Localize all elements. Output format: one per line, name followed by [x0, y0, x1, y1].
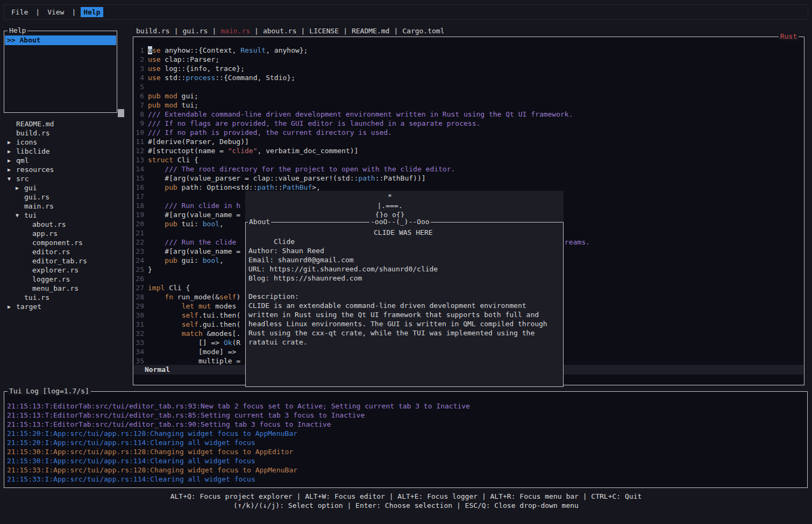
line-number: 2: [133, 55, 144, 64]
code-token: "clide": [228, 147, 258, 155]
editor-tab-gui-rs[interactable]: gui.rs: [182, 26, 208, 36]
code-content: pub mod tui;: [148, 101, 198, 110]
line-number: 29: [133, 302, 144, 311]
code-token: PathBuf: [282, 183, 312, 191]
code-line: 13struct Cli {: [133, 155, 804, 164]
explorer-item-main-rs[interactable]: main.rs: [4, 202, 129, 211]
explorer-item-explorer-rs[interactable]: explorer.rs: [4, 265, 129, 275]
code-content: [mode] =>: [148, 347, 236, 356]
chevron-right-icon: ▶: [8, 302, 16, 311]
editor-tab-main-rs[interactable]: main.rs: [220, 26, 250, 36]
explorer-item-target[interactable]: ▶target: [4, 302, 129, 311]
indent-spacer: [8, 128, 16, 138]
code-token: path: [358, 174, 375, 182]
code-token: gui:: [177, 256, 203, 264]
explorer-item-label: gui: [24, 183, 37, 192]
explorer-item-build-rs[interactable]: build.rs: [4, 128, 129, 138]
explorer-item-icons[interactable]: ▶icons: [4, 138, 129, 147]
menu-separator: |: [35, 8, 40, 16]
editor-tab-readme-md[interactable]: README.md: [352, 26, 389, 36]
editor-tab-about-rs[interactable]: about.rs: [263, 26, 297, 36]
code-token: self: [219, 293, 236, 301]
explorer-item-src[interactable]: ▼src: [4, 174, 129, 183]
code-token: ::: [274, 183, 283, 191]
code-token: [] =>: [148, 339, 224, 347]
editor-tab-build-rs[interactable]: build.rs: [136, 26, 170, 36]
code-token: Cli {: [165, 284, 190, 292]
help-menu-item-about[interactable]: >> About: [5, 35, 116, 45]
indent-spacer: [24, 238, 32, 247]
code-token: Ok: [224, 339, 232, 347]
help-menu-scrollbar[interactable]: [118, 109, 124, 117]
code-token: }: [148, 265, 152, 274]
log-entry: 21:15:30:I:App:src/tui/app.rs:128:Changi…: [7, 447, 807, 456]
line-number: 27: [133, 283, 144, 292]
explorer-item-about-rs[interactable]: about.rs: [4, 220, 129, 229]
line-number: 34: [133, 347, 144, 356]
line-number: 35: [133, 356, 144, 365]
log-entry: 21:15:13:T:EditorTab:src/tui/editor_tab.…: [7, 420, 807, 429]
tab-separator: |: [343, 26, 347, 36]
log-panel-title: Tui Log [log=1.7/s]: [8, 387, 91, 395]
explorer-item-logger-rs[interactable]: logger.rs: [4, 275, 129, 284]
about-description-line: written in Rust using the Qt UI framewor…: [248, 310, 563, 319]
explorer-item-resources[interactable]: ▶resources: [4, 165, 129, 174]
explorer-item-qml[interactable]: ▶qml: [4, 156, 129, 165]
explorer-item-label: target: [16, 302, 41, 311]
explorer-item-tui[interactable]: ▼tui: [4, 211, 129, 220]
explorer-item-app-rs[interactable]: app.rs: [4, 229, 129, 238]
line-number: 20: [133, 219, 144, 228]
explorer-item-tui-rs[interactable]: tui.rs: [4, 293, 129, 302]
editor-tab-license[interactable]: LICENSE: [309, 26, 339, 36]
explorer-item-editor-rs[interactable]: editor.rs: [4, 247, 129, 256]
explorer-item-editor-tab-rs[interactable]: editor_tab.rs: [4, 256, 129, 265]
explorer-item-gui[interactable]: ▶gui: [4, 183, 129, 192]
explorer-item-gui-rs[interactable]: gui.rs: [4, 192, 129, 202]
line-number: 25: [133, 265, 144, 274]
code-line: 2use clap::Parser;: [133, 55, 804, 64]
code-token: #[arg(value_parser = clap::value_parser!…: [148, 174, 358, 182]
language-badge: Rust: [779, 32, 799, 40]
editor-tab-cargo-toml[interactable]: Cargo.toml: [402, 26, 444, 36]
explorer-item-label: libclide: [16, 147, 50, 156]
code-token: run_mode(&: [173, 293, 219, 301]
code-token: se: [152, 46, 161, 54]
code-token: struct: [148, 156, 173, 164]
code-token: /// Run the clide: [148, 238, 236, 246]
about-description-line: headless Linux environments. The GUI is …: [248, 319, 563, 328]
code-token: Result: [240, 46, 266, 54]
menu-bar: File|View|Help: [4, 4, 808, 20]
explorer-item-libclide[interactable]: ▶libclide: [4, 147, 129, 156]
chevron-right-icon: ▶: [8, 165, 16, 174]
line-number: 16: [133, 183, 144, 192]
explorer-item-menu-bar-rs[interactable]: menu_bar.rs: [4, 284, 129, 293]
menu-item-file[interactable]: File: [9, 7, 31, 17]
code-token: log::{info, trace};: [160, 64, 245, 73]
code-token: ): [236, 293, 240, 301]
code-token: /// The root directory for the project t…: [148, 165, 455, 173]
line-number: 18: [133, 201, 144, 210]
line-number: 31: [133, 320, 144, 329]
tab-separator: |: [212, 26, 216, 36]
code-token: [148, 329, 182, 338]
menu-item-help[interactable]: Help: [81, 7, 103, 17]
code-token: >,: [312, 183, 320, 191]
code-token: impl: [148, 284, 165, 292]
code-token: #[arg(value_name =: [148, 247, 240, 255]
code-token: .tui.then(: [198, 311, 240, 319]
explorer-item-label: tui.rs: [24, 293, 49, 302]
code-content: use log::{info, trace};: [148, 64, 245, 73]
explorer-item-readme-md[interactable]: README.md: [4, 119, 129, 128]
code-token: std::: [160, 74, 186, 82]
code-token: (R: [232, 339, 241, 347]
code-line: 3use log::{info, trace};: [133, 64, 804, 73]
indent-spacer: [16, 202, 24, 211]
explorer-item-label: build.rs: [16, 128, 50, 138]
code-content: use anyhow::{Context, Result, anyhow};: [148, 46, 308, 55]
code-token: self: [182, 311, 198, 319]
indent-spacer: [24, 229, 32, 238]
menu-item-view[interactable]: View: [45, 7, 67, 17]
log-entry: 21:15:20:I:App:src/tui/app.rs:128:Changi…: [7, 429, 807, 438]
explorer-item-component-rs[interactable]: component.rs: [4, 238, 129, 247]
code-token: modes: [211, 302, 236, 310]
